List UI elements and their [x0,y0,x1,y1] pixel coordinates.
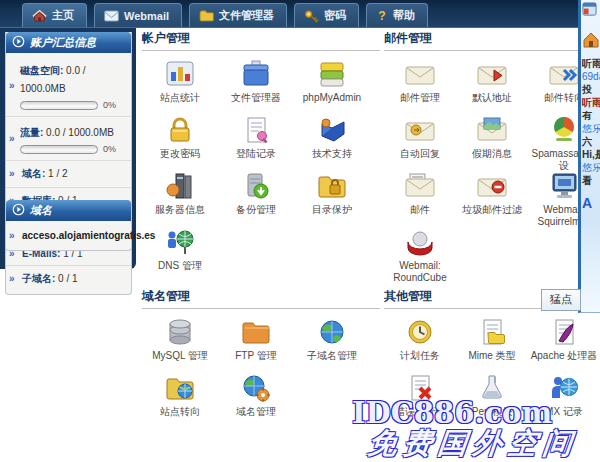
meter-bar-row: 0% [20,100,125,110]
launcher-item[interactable]: 域名管理 [218,370,294,426]
section-title: 域名管理 [142,288,380,309]
launcher-item[interactable]: 文件管理器 [218,56,294,112]
section-grid: 邮件管理默认地址邮件转向自动回复假期消息Spamassassin 设邮件垃圾邮件… [384,56,600,280]
domain-list-item[interactable]: »acceso.alojamientogratis.es [6,223,131,248]
account-summary-panel: 账户汇总信息 »磁盘空间: 0.0 / 1000.0MB0%»流量: 0.0 /… [5,32,132,295]
launcher-item[interactable]: 更改密码 [142,112,218,168]
launcher-item[interactable]: 登陆记录 [218,112,294,168]
launcher-label: 垃圾邮件过滤 [456,204,528,216]
phpmyadmin-icon [294,56,370,90]
launcher-item[interactable]: 站点转向 [142,370,218,426]
chat-text-fragment: 有 [581,109,600,122]
bullet-arrow-icon: » [9,273,15,284]
stat-label: 域名: [22,168,48,179]
launcher-label: DNS 管理 [142,260,218,272]
tab-webmail[interactable]: Webmail [94,3,182,27]
envelope-list-icon [384,168,456,202]
launcher-item[interactable]: 站点统计 [142,56,218,112]
launcher-label: 错误页管理 [384,406,456,418]
launcher-label: 站点统计 [142,92,218,104]
launcher-item[interactable]: 默认地址 [456,56,528,112]
circle-arrow-icon [12,35,25,50]
launcher-item[interactable]: 邮件 [384,168,456,224]
chat-text-fragment: 六 [581,135,600,148]
stat-label: 子域名: [22,273,58,284]
launcher-item[interactable]: Perl 模块 [456,370,528,426]
bullet-arrow-icon: » [9,80,15,91]
apache-icon [528,314,600,348]
stat-value: 1 / 2 [48,168,67,179]
launcher-label: 假期消息 [456,148,528,160]
launcher-item[interactable]: phpMyAdmin [294,56,370,112]
usage-meter: »流量: 0.0 / 1000.0MB0% [6,117,131,161]
chat-text-fragment: 悠乐 [581,122,600,135]
launcher-item[interactable]: Installatron Applications Installer [384,426,456,462]
launcher-label: 技术支持 [294,148,370,160]
launcher-item[interactable]: 备份管理 [218,168,294,224]
backup-icon [218,168,294,202]
launcher-label: Webmail: RoundCube [384,260,456,284]
account-summary-body: »磁盘空间: 0.0 / 1000.0MB0%»流量: 0.0 / 1000.0… [6,53,131,294]
launcher-item[interactable]: 服务器信息 [142,168,218,224]
domains-panel: 域名 »acceso.alojamientogratis.es [5,200,132,251]
section-grid: MySQL 管理FTP 管理子域名管理站点转向域名管理 [142,314,380,426]
meter-value: 0.0 / 1000.0MB [46,127,114,138]
launcher-item[interactable]: Apache 处理器 [528,314,600,370]
stat-row: »子域名: 0 / 1 [6,266,131,292]
launcher-item[interactable]: 技术支持 [294,112,370,168]
launcher-label: phpMyAdmin [294,92,370,104]
launcher-item[interactable]: 目录保护 [294,168,370,224]
tab-label: 主页 [52,8,74,23]
launcher-item[interactable]: 假期消息 [456,112,528,168]
launcher-item[interactable]: MX 记录 [528,370,600,426]
launcher-item[interactable]: 子域名管理 [294,314,370,370]
circle-arrow-icon [12,203,25,218]
launcher-item[interactable]: 计划任务 [384,314,456,370]
tab-home[interactable]: 主页 [22,3,87,27]
chat-button[interactable]: 猛点 [541,289,581,311]
section-grid: 计划任务Mime 类型Apache 处理器错误页管理Perl 模块MX 记录In… [384,314,600,462]
mx-icon [528,370,600,404]
envelope-red-arrow-icon [456,56,528,90]
launcher-label: Mime 类型 [456,350,528,362]
launcher-label: 邮件管理 [384,92,456,104]
section-grid: 站点统计文件管理器phpMyAdmin更改密码登陆记录技术支持服务器信息备份管理… [142,56,380,280]
launcher-item[interactable]: 错误页管理 [384,370,456,426]
launcher-item[interactable]: FTP 管理 [218,314,294,370]
tab-filemanager[interactable]: 文件管理器 [189,3,287,27]
launcher-item[interactable]: 邮件管理 [384,56,456,112]
stat-value: 0 / 1 [58,273,77,284]
chat-text-fragment: 听雨 [581,96,600,109]
bullet-arrow-icon: » [9,168,15,179]
installatron-icon [384,426,456,460]
launcher-label: Perl 模块 [456,406,528,418]
filebox-icon [218,56,294,90]
domain-gear-icon [218,370,294,404]
chat-window-strip[interactable]: 听雨69da投听雨有悠乐六Hi,是悠乐看A [578,0,600,313]
launcher-item[interactable]: Webmail: RoundCube [384,224,456,280]
tab-password[interactable]: 密码 [294,3,359,27]
launcher-item[interactable]: 垃圾邮件过滤 [456,168,528,224]
bullet-arrow-icon: » [9,230,15,241]
launcher-label: 默认地址 [456,92,528,104]
tab-label: 文件管理器 [219,8,274,23]
launcher-label: MySQL 管理 [142,350,218,362]
chat-text-fragment: 悠乐 [581,161,600,174]
launcher-item[interactable]: DNS 管理 [142,224,218,280]
stats-icon [142,56,218,90]
chat-fragments: 听雨69da投听雨有悠乐六Hi,是悠乐看A [581,57,600,210]
mail-icon [104,10,119,22]
tab-help[interactable]: ?帮助 [366,3,428,27]
launcher-item[interactable]: 自动回复 [384,112,456,168]
domains-header: 域名 [6,200,131,221]
stat-row: »域名: 1 / 2 [6,161,131,188]
launcher-item[interactable]: Mime 类型 [456,314,528,370]
launcher-item[interactable]: MySQL 管理 [142,314,218,370]
envelope-reply-icon [384,112,456,146]
top-navigation-bar: 主页Webmail文件管理器密码?帮助 [0,0,600,28]
meter-bar-row: 0% [20,144,125,154]
help-icon: ? [376,9,388,23]
account-summary-title: 账户汇总信息 [30,35,96,50]
serverinfo-icon [142,168,218,202]
launcher-label: 子域名管理 [294,350,370,362]
